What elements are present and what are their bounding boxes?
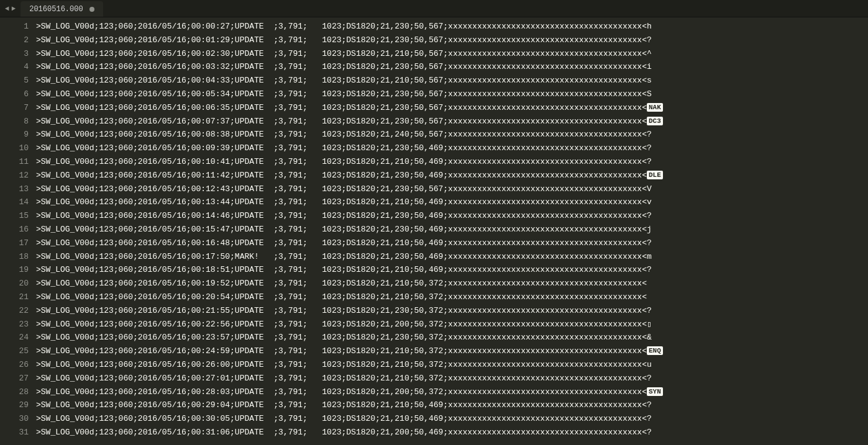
code-text: >SW_LOG_V00d;123;060;2016/05/16;00:03:32…: [36, 62, 652, 71]
line-number: 8: [0, 115, 29, 128]
line-number: 15: [0, 209, 29, 223]
tab-nav-forward-icon[interactable]: ►: [12, 5, 16, 12]
dirty-indicator-icon: [89, 7, 94, 12]
code-line[interactable]: >SW_LOG_V00d;123;060;2016/05/16;00:20:54…: [36, 290, 868, 304]
line-number-gutter: 1234567891011121314151617181920212223242…: [0, 17, 36, 445]
code-text: >SW_LOG_V00d;123;060;2016/05/16;00:17:50…: [36, 252, 652, 261]
code-line[interactable]: >SW_LOG_V00d;123;060;2016/05/16;00:05:34…: [36, 88, 868, 101]
code-text: >SW_LOG_V00d;123;060;2016/05/16;00:13:44…: [36, 197, 652, 207]
line-number: 3: [0, 47, 29, 61]
line-number: 26: [0, 358, 29, 372]
code-line[interactable]: >SW_LOG_V00d;123;060;2016/05/16;00:18:51…: [36, 263, 868, 277]
line-number: 29: [0, 398, 29, 412]
line-number: 5: [0, 74, 29, 88]
code-line[interactable]: >SW_LOG_V00d;123;060;2016/05/16;00:11:42…: [36, 169, 868, 182]
line-number: 9: [0, 128, 29, 142]
code-line[interactable]: >SW_LOG_V00d;123;060;2016/05/16;00:17:50…: [36, 250, 868, 264]
code-text: >SW_LOG_V00d;123;060;2016/05/16;00:09:39…: [36, 143, 652, 153]
code-line[interactable]: >SW_LOG_V00d;123;060;2016/05/16;00:13:44…: [36, 196, 868, 209]
code-line[interactable]: >SW_LOG_V00d;123;060;2016/05/16;00:01:29…: [36, 34, 868, 47]
line-number: 1: [0, 20, 29, 34]
line-number: 12: [0, 169, 29, 182]
code-text: >SW_LOG_V00d;123;060;2016/05/16;00:26:00…: [36, 360, 652, 369]
code-text: >SW_LOG_V00d;123;060;2016/05/16;00:27:01…: [36, 374, 652, 383]
code-line[interactable]: >SW_LOG_V00d;123;060;2016/05/16;00:02:30…: [36, 47, 868, 61]
code-text: >SW_LOG_V00d;123;060;2016/05/16;00:01:29…: [36, 35, 652, 45]
code-text: >SW_LOG_V00d;123;060;2016/05/16;00:07:37…: [36, 117, 647, 126]
line-number: 11: [0, 155, 29, 169]
line-number: 4: [0, 60, 29, 74]
line-number: 7: [0, 101, 29, 115]
code-line[interactable]: >SW_LOG_V00d;123;060;2016/05/16;00:30:05…: [36, 412, 868, 426]
code-text: >SW_LOG_V00d;123;060;2016/05/16;00:23:57…: [36, 333, 652, 342]
code-text: >SW_LOG_V00d;123;060;2016/05/16;00:14:46…: [36, 211, 652, 220]
code-line[interactable]: >SW_LOG_V00d;123;060;2016/05/16;00:29:04…: [36, 398, 868, 412]
code-line[interactable]: >SW_LOG_V00d;123;060;2016/05/16;00:10:41…: [36, 155, 868, 169]
code-text: >SW_LOG_V00d;123;060;2016/05/16;00:00:27…: [36, 22, 652, 31]
code-text: >SW_LOG_V00d;123;060;2016/05/16;00:21:55…: [36, 306, 652, 315]
line-number: 18: [0, 250, 29, 264]
code-text: >SW_LOG_V00d;123;060;2016/05/16;00:16:48…: [36, 238, 652, 248]
line-number: 10: [0, 142, 29, 155]
code-text: >SW_LOG_V00d;123;060;2016/05/16;00:05:34…: [36, 89, 652, 99]
code-content[interactable]: >SW_LOG_V00d;123;060;2016/05/16;00:00:27…: [36, 17, 868, 445]
code-line[interactable]: >SW_LOG_V00d;123;060;2016/05/16;00:04:33…: [36, 74, 868, 88]
line-number: 30: [0, 412, 29, 426]
code-line[interactable]: >SW_LOG_V00d;123;060;2016/05/16;00:03:32…: [36, 60, 868, 74]
code-line[interactable]: >SW_LOG_V00d;123;060;2016/05/16;00:27:01…: [36, 372, 868, 385]
code-line[interactable]: >SW_LOG_V00d;123;060;2016/05/16;00:12:43…: [36, 182, 868, 196]
code-line[interactable]: >SW_LOG_V00d;123;060;2016/05/16;00:09:39…: [36, 142, 868, 155]
line-number: 22: [0, 304, 29, 318]
code-line[interactable]: >SW_LOG_V00d;123;060;2016/05/16;00:23:57…: [36, 331, 868, 344]
code-text: >SW_LOG_V00d;123;060;2016/05/16;00:20:54…: [36, 292, 647, 302]
file-tab-title: 20160516.000: [29, 5, 83, 14]
code-text: >SW_LOG_V00d;123;060;2016/05/16;00:06:35…: [36, 103, 647, 112]
editor-area[interactable]: 1234567891011121314151617181920212223242…: [0, 17, 868, 445]
code-line[interactable]: >SW_LOG_V00d;123;060;2016/05/16;00:21:55…: [36, 304, 868, 318]
code-line[interactable]: >SW_LOG_V00d;123;060;2016/05/16;00:28:03…: [36, 385, 868, 399]
code-line[interactable]: >SW_LOG_V00d;123;060;2016/05/16;00:31:06…: [36, 426, 868, 439]
code-text: >SW_LOG_V00d;123;060;2016/05/16;00:12:43…: [36, 184, 652, 194]
tab-nav-back-icon[interactable]: ◄: [5, 5, 9, 12]
code-line[interactable]: >SW_LOG_V00d;123;060;2016/05/16;00:19:52…: [36, 277, 868, 290]
line-number: 27: [0, 372, 29, 385]
code-text: >SW_LOG_V00d;123;060;2016/05/16;00:04:33…: [36, 76, 652, 85]
code-line[interactable]: >SW_LOG_V00d;123;060;2016/05/16;00:14:46…: [36, 209, 868, 223]
code-line[interactable]: >SW_LOG_V00d;123;060;2016/05/16;00:16:48…: [36, 236, 868, 250]
line-number: 24: [0, 331, 29, 344]
control-char-badge: ENQ: [647, 346, 663, 355]
line-number: 14: [0, 196, 29, 209]
file-tab[interactable]: 20160516.000: [21, 1, 103, 17]
control-char-badge: DC3: [647, 117, 663, 125]
line-number: 16: [0, 223, 29, 236]
code-line[interactable]: >SW_LOG_V00d;123;060;2016/05/16;00:07:37…: [36, 115, 868, 128]
line-number: 2: [0, 34, 29, 47]
line-number: 23: [0, 318, 29, 331]
code-text: >SW_LOG_V00d;123;060;2016/05/16;00:30:05…: [36, 414, 652, 423]
code-text: >SW_LOG_V00d;123;060;2016/05/16;00:02:30…: [36, 49, 652, 58]
code-text: >SW_LOG_V00d;123;060;2016/05/16;00:11:42…: [36, 171, 647, 180]
code-text: >SW_LOG_V00d;123;060;2016/05/16;00:19:52…: [36, 279, 647, 288]
code-line[interactable]: >SW_LOG_V00d;123;060;2016/05/16;00:22:56…: [36, 318, 868, 331]
line-number: 31: [0, 426, 29, 439]
code-line[interactable]: >SW_LOG_V00d;123;060;2016/05/16;00:26:00…: [36, 358, 868, 372]
line-number: 20: [0, 277, 29, 290]
code-line[interactable]: >SW_LOG_V00d;123;060;2016/05/16;00:06:35…: [36, 101, 868, 115]
code-line[interactable]: >SW_LOG_V00d;123;060;2016/05/16;00:08:38…: [36, 128, 868, 142]
code-line[interactable]: >SW_LOG_V00d;123;060;2016/05/16;00:15:47…: [36, 223, 868, 236]
line-number: 6: [0, 88, 29, 101]
line-number: 25: [0, 344, 29, 358]
code-text: >SW_LOG_V00d;123;060;2016/05/16;00:15:47…: [36, 225, 652, 234]
tab-nav-arrows: ◄ ►: [0, 0, 21, 17]
code-text: >SW_LOG_V00d;123;060;2016/05/16;00:28:03…: [36, 387, 647, 397]
control-char-badge: NAK: [647, 103, 663, 112]
line-number: 17: [0, 236, 29, 250]
code-text: >SW_LOG_V00d;123;060;2016/05/16;00:31:06…: [36, 428, 652, 437]
line-number: 21: [0, 290, 29, 304]
code-line[interactable]: >SW_LOG_V00d;123;060;2016/05/16;00:24:59…: [36, 344, 868, 358]
line-number: 28: [0, 385, 29, 399]
code-text: >SW_LOG_V00d;123;060;2016/05/16;00:10:41…: [36, 157, 652, 166]
code-text: >SW_LOG_V00d;123;060;2016/05/16;00:18:51…: [36, 265, 652, 274]
control-char-badge: SYN: [647, 387, 663, 396]
code-line[interactable]: >SW_LOG_V00d;123;060;2016/05/16;00:00:27…: [36, 20, 868, 34]
